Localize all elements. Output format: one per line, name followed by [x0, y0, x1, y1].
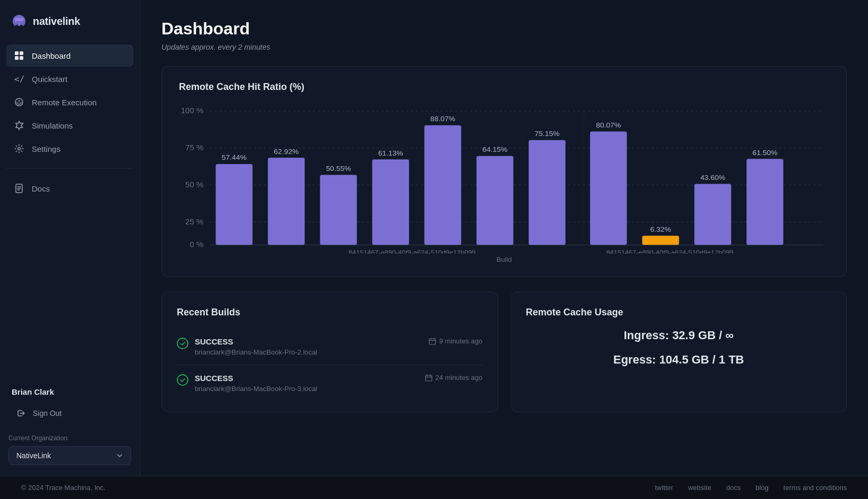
chart-x-label: Build: [179, 256, 829, 264]
sidebar-item-simulations[interactable]: Simulations: [6, 114, 133, 137]
sidebar-item-quickstart-label: Quickstart: [32, 75, 68, 84]
egress-stat: Egress: 104.5 GB / 1 TB: [526, 353, 832, 367]
recent-builds-card: Recent Builds SUCCESS brianclark@Brians-…: [161, 292, 498, 412]
build-status-1: SUCCESS: [195, 337, 317, 346]
svg-rect-30: [424, 125, 462, 245]
footer-link-docs[interactable]: docs: [726, 484, 740, 492]
svg-text:6.32%: 6.32%: [650, 226, 671, 233]
chart-svg: 100 % 75 % 50 % 25 % 0 % 57.44% 62.92% 5…: [179, 105, 829, 253]
main-content: Dashboard Updates approx. every 2 minute…: [140, 0, 868, 476]
sidebar-item-docs-label: Docs: [32, 184, 50, 193]
sidebar-item-dashboard[interactable]: Dashboard: [6, 44, 133, 67]
sign-out-label: Sign Out: [33, 409, 61, 418]
ingress-stat: Ingress: 32.9 GB / ∞: [526, 329, 832, 342]
build-info-2: SUCCESS brianclark@Brians-MacBook-Pro-3.…: [195, 374, 317, 393]
calendar-icon-1: [429, 338, 436, 345]
build-time-1: 9 minutes ago: [429, 337, 483, 345]
build-user-2: brianclark@Brians-MacBook-Pro-3.local: [195, 385, 317, 393]
svg-rect-26: [320, 175, 357, 244]
sidebar: nativelink Dashboard: [0, 0, 140, 476]
sidebar-footer: Brian Clark Sign Out: [0, 379, 140, 434]
remote-execution-icon: [14, 97, 24, 107]
build-item-1: SUCCESS brianclark@Brians-MacBook-Pro-2.…: [177, 329, 483, 365]
footer-link-blog[interactable]: blog: [755, 484, 768, 492]
footer-links: twitter website docs blog terms and cond…: [655, 484, 847, 492]
build-item-2: SUCCESS brianclark@Brians-MacBook-Pro-3.…: [177, 365, 483, 401]
org-section: Current Organization: NativeLink: [0, 434, 140, 476]
chevron-down-icon: [116, 452, 123, 459]
ingress-label: Ingress:: [623, 329, 669, 342]
build-time-text-1: 9 minutes ago: [439, 337, 483, 345]
success-icon-1: [177, 338, 188, 349]
sidebar-item-settings-label: Settings: [32, 144, 60, 153]
calendar-icon-2: [425, 374, 432, 382]
svg-rect-24: [268, 158, 305, 245]
recent-builds-title: Recent Builds: [177, 307, 483, 318]
svg-text:64.15%: 64.15%: [483, 146, 508, 153]
docs-icon: [14, 183, 24, 194]
sidebar-item-settings[interactable]: Settings: [6, 138, 133, 160]
svg-rect-48: [429, 339, 436, 344]
svg-text:61.50%: 61.50%: [753, 149, 777, 156]
settings-icon: [14, 143, 24, 154]
cache-usage-title: Remote Cache Usage: [526, 307, 832, 318]
sidebar-docs-nav: Docs: [0, 177, 140, 199]
svg-rect-32: [476, 156, 513, 245]
egress-label: Egress:: [613, 353, 656, 366]
sidebar-divider-1: [6, 168, 133, 169]
page-title: Dashboard: [161, 19, 847, 39]
svg-text:75 %: 75 %: [185, 144, 203, 152]
svg-rect-43: [746, 159, 783, 245]
svg-text:25 %: 25 %: [185, 218, 203, 226]
build-item-2-left: SUCCESS brianclark@Brians-MacBook-Pro-3.…: [177, 374, 317, 393]
chart-title: Remote Cache Hit Ratio (%): [179, 81, 829, 93]
svg-text:50.55%: 50.55%: [326, 165, 351, 172]
sidebar-item-remote-execution[interactable]: Remote Execution: [6, 91, 133, 113]
org-dropdown[interactable]: NativeLink: [8, 446, 131, 465]
sign-out-icon: [16, 408, 26, 419]
footer-link-terms[interactable]: terms and conditions: [783, 484, 847, 492]
svg-rect-3: [15, 56, 19, 60]
svg-text:88.07%: 88.07%: [430, 115, 455, 123]
bottom-grid: Recent Builds SUCCESS brianclark@Brians-…: [161, 292, 847, 412]
svg-rect-22: [216, 164, 253, 245]
build-item-1-left: SUCCESS brianclark@Brians-MacBook-Pro-2.…: [177, 337, 317, 356]
build-status-2: SUCCESS: [195, 374, 317, 383]
svg-point-47: [177, 338, 188, 349]
svg-text:84151467-e890-40f9-a624-510d9e: 84151467-e890-40f9-a624-510d9e12b099: [348, 249, 475, 253]
svg-point-0: [17, 23, 21, 26]
egress-value: 104.5 GB / 1 TB: [659, 353, 744, 366]
svg-rect-34: [529, 140, 566, 245]
svg-point-52: [177, 375, 188, 385]
svg-text:57.44%: 57.44%: [222, 154, 247, 161]
build-info-1: SUCCESS brianclark@Brians-MacBook-Pro-2.…: [195, 337, 317, 356]
dashboard-icon: [14, 50, 24, 61]
footer: © 2024 Trace Machina, Inc. twitter websi…: [0, 476, 868, 499]
svg-rect-39: [642, 236, 679, 245]
build-time-text-2: 24 minutes ago: [436, 374, 483, 382]
footer-link-website[interactable]: website: [688, 484, 711, 492]
svg-text:62.92%: 62.92%: [274, 148, 299, 155]
sidebar-item-quickstart[interactable]: </> Quickstart: [6, 68, 133, 90]
svg-text:100 %: 100 %: [181, 107, 204, 115]
build-time-2: 24 minutes ago: [425, 374, 483, 382]
sidebar-item-dashboard-label: Dashboard: [32, 51, 70, 60]
footer-link-twitter[interactable]: twitter: [655, 484, 673, 492]
logo-icon: [11, 13, 28, 30]
build-user-1: brianclark@Brians-MacBook-Pro-2.local: [195, 348, 317, 356]
ingress-value: 32.9 GB / ∞: [672, 329, 734, 342]
quickstart-icon: </>: [14, 74, 24, 84]
svg-text:75.15%: 75.15%: [535, 130, 559, 138]
sidebar-item-remote-execution-label: Remote Execution: [32, 98, 97, 107]
sidebar-item-docs[interactable]: Docs: [6, 177, 133, 199]
svg-rect-37: [590, 132, 627, 245]
svg-rect-1: [15, 51, 19, 55]
logo-text: nativelink: [33, 15, 80, 28]
logo: nativelink: [0, 0, 140, 44]
svg-rect-2: [20, 51, 23, 55]
sign-out-button[interactable]: Sign Out: [8, 403, 131, 424]
svg-text:61.13%: 61.13%: [378, 149, 403, 157]
cache-usage-card: Remote Cache Usage Ingress: 32.9 GB / ∞ …: [511, 292, 847, 412]
update-note: Updates approx. every 2 minutes: [161, 43, 847, 51]
svg-text:43.60%: 43.60%: [700, 174, 725, 182]
